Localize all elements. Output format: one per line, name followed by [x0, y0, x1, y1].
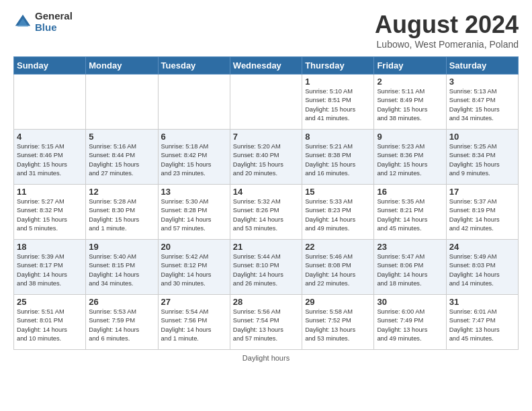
calendar-day-cell: 31Sunrise: 6:01 AM Sunset: 7:47 PM Dayli…	[446, 295, 518, 350]
day-number: 15	[305, 187, 371, 197]
day-number: 1	[305, 77, 371, 87]
day-header: Monday	[86, 57, 158, 75]
day-number: 4	[17, 132, 83, 142]
calendar-subtitle: Lubowo, West Pomerania, Poland	[375, 39, 519, 50]
logo-blue: Blue	[35, 22, 73, 34]
calendar-day-cell: 18Sunrise: 5:39 AM Sunset: 8:17 PM Dayli…	[14, 240, 86, 295]
day-info: Sunrise: 5:11 AM Sunset: 8:49 PM Dayligh…	[377, 87, 443, 124]
day-number: 28	[233, 297, 299, 307]
day-number: 7	[233, 132, 299, 142]
calendar-day-cell: 27Sunrise: 5:54 AM Sunset: 7:56 PM Dayli…	[158, 295, 230, 350]
calendar-day-cell: 29Sunrise: 5:58 AM Sunset: 7:52 PM Dayli…	[302, 295, 374, 350]
day-info: Sunrise: 6:01 AM Sunset: 7:47 PM Dayligh…	[449, 308, 515, 344]
day-number: 19	[89, 242, 154, 252]
day-info: Sunrise: 5:51 AM Sunset: 8:01 PM Dayligh…	[17, 308, 83, 344]
day-info: Sunrise: 5:20 AM Sunset: 8:40 PM Dayligh…	[233, 142, 299, 179]
day-info: Sunrise: 5:23 AM Sunset: 8:36 PM Dayligh…	[377, 142, 443, 179]
logo-icon	[13, 13, 32, 32]
calendar-day-cell: 25Sunrise: 5:51 AM Sunset: 8:01 PM Dayli…	[14, 295, 86, 350]
calendar-day-cell: 14Sunrise: 5:32 AM Sunset: 8:26 PM Dayli…	[230, 185, 302, 240]
daylight-label: Daylight hours	[242, 354, 290, 362]
day-info: Sunrise: 5:28 AM Sunset: 8:30 PM Dayligh…	[89, 197, 154, 234]
calendar-day-cell: 26Sunrise: 5:53 AM Sunset: 7:59 PM Dayli…	[86, 295, 158, 350]
calendar-day-cell: 23Sunrise: 5:47 AM Sunset: 8:06 PM Dayli…	[374, 240, 446, 295]
day-info: Sunrise: 5:46 AM Sunset: 8:08 PM Dayligh…	[305, 253, 371, 289]
day-info: Sunrise: 5:25 AM Sunset: 8:34 PM Dayligh…	[449, 142, 515, 179]
day-header: Sunday	[14, 57, 86, 75]
day-header: Saturday	[446, 57, 518, 75]
logo: General Blue	[13, 11, 73, 33]
day-number: 21	[233, 242, 299, 252]
day-info: Sunrise: 5:40 AM Sunset: 8:15 PM Dayligh…	[89, 253, 154, 289]
day-info: Sunrise: 5:10 AM Sunset: 8:51 PM Dayligh…	[305, 87, 371, 124]
day-info: Sunrise: 5:35 AM Sunset: 8:21 PM Dayligh…	[377, 197, 443, 234]
calendar-day-cell: 13Sunrise: 5:30 AM Sunset: 8:28 PM Dayli…	[158, 185, 230, 240]
day-info: Sunrise: 5:18 AM Sunset: 8:42 PM Dayligh…	[161, 142, 227, 179]
calendar-week-row: 18Sunrise: 5:39 AM Sunset: 8:17 PM Dayli…	[14, 240, 519, 295]
day-number: 29	[305, 297, 371, 307]
day-header: Thursday	[302, 57, 374, 75]
logo-text: General Blue	[35, 11, 73, 33]
day-info: Sunrise: 5:30 AM Sunset: 8:28 PM Dayligh…	[161, 197, 227, 234]
day-number: 23	[377, 242, 443, 252]
calendar-day-cell: 1Sunrise: 5:10 AM Sunset: 8:51 PM Daylig…	[302, 75, 374, 130]
day-info: Sunrise: 5:44 AM Sunset: 8:10 PM Dayligh…	[233, 253, 299, 289]
day-info: Sunrise: 5:27 AM Sunset: 8:32 PM Dayligh…	[17, 197, 83, 234]
calendar-day-cell: 9Sunrise: 5:23 AM Sunset: 8:36 PM Daylig…	[374, 130, 446, 185]
day-info: Sunrise: 5:47 AM Sunset: 8:06 PM Dayligh…	[377, 253, 443, 289]
footer: Daylight hours	[13, 354, 519, 362]
day-number: 30	[377, 297, 443, 307]
day-number: 11	[17, 187, 83, 197]
calendar-day-cell: 7Sunrise: 5:20 AM Sunset: 8:40 PM Daylig…	[230, 130, 302, 185]
day-number: 6	[161, 132, 227, 142]
calendar-day-cell: 5Sunrise: 5:16 AM Sunset: 8:44 PM Daylig…	[86, 130, 158, 185]
header-row: SundayMondayTuesdayWednesdayThursdayFrid…	[14, 57, 519, 75]
calendar-day-cell: 6Sunrise: 5:18 AM Sunset: 8:42 PM Daylig…	[158, 130, 230, 185]
day-info: Sunrise: 5:13 AM Sunset: 8:47 PM Dayligh…	[449, 87, 515, 124]
calendar-day-cell: 19Sunrise: 5:40 AM Sunset: 8:15 PM Dayli…	[86, 240, 158, 295]
calendar-week-row: 11Sunrise: 5:27 AM Sunset: 8:32 PM Dayli…	[14, 185, 519, 240]
day-number: 24	[449, 242, 515, 252]
header: General Blue August 2024 Lubowo, West Po…	[13, 11, 519, 50]
day-info: Sunrise: 5:56 AM Sunset: 7:54 PM Dayligh…	[233, 308, 299, 344]
day-number: 22	[305, 242, 371, 252]
day-number: 31	[449, 297, 515, 307]
day-number: 18	[17, 242, 83, 252]
day-info: Sunrise: 5:39 AM Sunset: 8:17 PM Dayligh…	[17, 253, 83, 289]
day-info: Sunrise: 5:15 AM Sunset: 8:46 PM Dayligh…	[17, 142, 83, 179]
day-info: Sunrise: 5:42 AM Sunset: 8:12 PM Dayligh…	[161, 253, 227, 289]
calendar-day-cell: 22Sunrise: 5:46 AM Sunset: 8:08 PM Dayli…	[302, 240, 374, 295]
day-number: 5	[89, 132, 154, 142]
calendar-day-cell: 17Sunrise: 5:37 AM Sunset: 8:19 PM Dayli…	[446, 185, 518, 240]
day-number: 3	[449, 77, 515, 87]
day-number: 10	[449, 132, 515, 142]
day-number: 20	[161, 242, 227, 252]
calendar-day-cell: 21Sunrise: 5:44 AM Sunset: 8:10 PM Dayli…	[230, 240, 302, 295]
calendar-day-cell: 24Sunrise: 5:49 AM Sunset: 8:03 PM Dayli…	[446, 240, 518, 295]
day-number: 2	[377, 77, 443, 87]
day-info: Sunrise: 6:00 AM Sunset: 7:49 PM Dayligh…	[377, 308, 443, 344]
day-info: Sunrise: 5:54 AM Sunset: 7:56 PM Dayligh…	[161, 308, 227, 344]
calendar-day-cell: 8Sunrise: 5:21 AM Sunset: 8:38 PM Daylig…	[302, 130, 374, 185]
calendar-day-cell	[230, 75, 302, 130]
day-number: 25	[17, 297, 83, 307]
calendar-day-cell: 12Sunrise: 5:28 AM Sunset: 8:30 PM Dayli…	[86, 185, 158, 240]
day-info: Sunrise: 5:53 AM Sunset: 7:59 PM Dayligh…	[89, 308, 154, 344]
day-info: Sunrise: 5:58 AM Sunset: 7:52 PM Dayligh…	[305, 308, 371, 344]
calendar-day-cell	[14, 75, 86, 130]
calendar-day-cell: 15Sunrise: 5:33 AM Sunset: 8:23 PM Dayli…	[302, 185, 374, 240]
day-info: Sunrise: 5:21 AM Sunset: 8:38 PM Dayligh…	[305, 142, 371, 179]
calendar-day-cell: 4Sunrise: 5:15 AM Sunset: 8:46 PM Daylig…	[14, 130, 86, 185]
calendar-week-row: 25Sunrise: 5:51 AM Sunset: 8:01 PM Dayli…	[14, 295, 519, 350]
day-number: 14	[233, 187, 299, 197]
day-number: 17	[449, 187, 515, 197]
day-info: Sunrise: 5:32 AM Sunset: 8:26 PM Dayligh…	[233, 197, 299, 234]
logo-general: General	[35, 11, 73, 22]
calendar-title: August 2024	[375, 11, 519, 39]
calendar-day-cell: 20Sunrise: 5:42 AM Sunset: 8:12 PM Dayli…	[158, 240, 230, 295]
calendar-day-cell: 11Sunrise: 5:27 AM Sunset: 8:32 PM Dayli…	[14, 185, 86, 240]
calendar-day-cell: 3Sunrise: 5:13 AM Sunset: 8:47 PM Daylig…	[446, 75, 518, 130]
calendar-day-cell: 10Sunrise: 5:25 AM Sunset: 8:34 PM Dayli…	[446, 130, 518, 185]
title-block: August 2024 Lubowo, West Pomerania, Pola…	[375, 11, 519, 50]
calendar-table: SundayMondayTuesdayWednesdayThursdayFrid…	[13, 56, 519, 350]
